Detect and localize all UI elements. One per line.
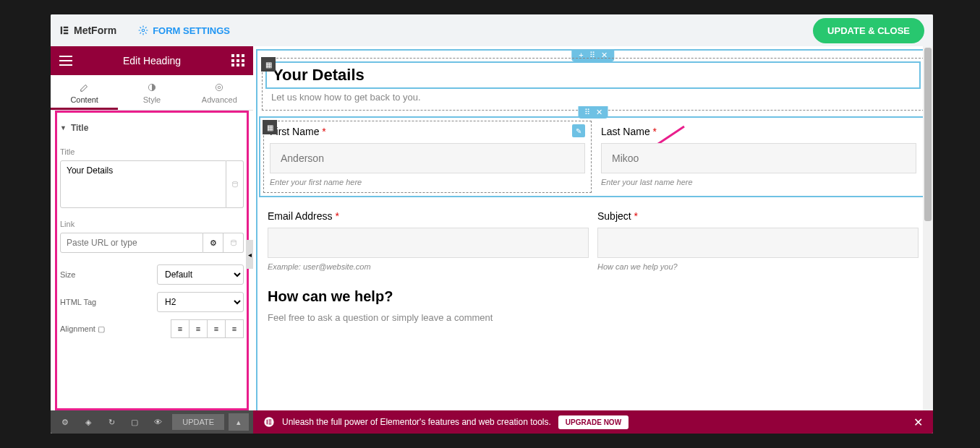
align-right-button[interactable]: ≡ [207,319,226,338]
first-name-column[interactable]: ▦ ✎ First Name * Enter your first name h… [263,121,592,193]
heading-subtitle: Let us know how to get back to you. [265,92,921,107]
help-heading-row: How can we help? Feel free to ask a ques… [259,271,927,323]
last-name-column[interactable]: Last Name * Enter your last name here [595,121,923,193]
elementor-icon [59,25,69,35]
svg-rect-1 [64,27,68,28]
scroll-thumb[interactable] [924,48,932,221]
pencil-icon [80,82,90,92]
email-input[interactable] [268,228,589,258]
sidebar-bottombar: ⚙ ◈ ↻ ▢ 👁 UPDATE ▴ [51,410,253,434]
widget-edit-icon[interactable]: ✎ [572,124,585,137]
help-subtitle: Feel free to ask a question or simply le… [268,308,919,323]
first-name-helper: Enter your first name here [270,178,585,186]
logo-text: MetForm [74,25,116,36]
size-select[interactable]: Default [157,264,244,285]
widgets-grid-icon[interactable] [231,54,244,67]
first-name-input[interactable] [270,143,585,173]
form-settings-link[interactable]: FORM SETTINGS [138,25,230,36]
hamburger-icon[interactable] [59,56,72,66]
last-name-helper: Enter your last name here [601,178,916,186]
svg-rect-15 [268,421,271,422]
update-options-button[interactable]: ▴ [229,413,249,431]
column-handle-icon-2[interactable]: ▦ [263,120,277,134]
preview-icon-button[interactable]: 👁 [148,413,168,431]
subject-input[interactable] [597,228,919,258]
email-column[interactable]: Email Address * Example: user@website.co… [263,210,593,271]
sidebar-title: Edit Heading [123,55,181,66]
svg-rect-2 [64,30,68,31]
inner-section-close-icon[interactable]: ✕ [596,108,602,117]
subject-label: Subject * [597,210,919,222]
database-icon [231,180,239,189]
align-center-button[interactable]: ≡ [189,319,208,338]
column-handle-icon[interactable]: ▦ [261,57,276,72]
settings-icon-button[interactable]: ⚙ [55,413,75,431]
banner-close-icon[interactable]: ✕ [913,415,923,429]
alignment-label: Alignment ▢ [60,324,105,334]
collapse-sidebar-button[interactable]: ◂ [246,240,253,269]
scrollbar[interactable] [923,46,933,410]
email-helper: Example: user@website.com [268,262,589,271]
section-toggle-title[interactable]: ▼Title [57,113,247,143]
dynamic-tags-button[interactable] [226,160,244,208]
align-justify-button[interactable]: ≡ [225,319,244,338]
svg-point-6 [218,86,221,89]
canvas[interactable]: + ⠿ ✕ ▦ Your Details Let us know how to … [253,46,933,410]
sidebar-header: Edit Heading [51,46,253,75]
outer-section[interactable]: + ⠿ ✕ ▦ Your Details Let us know how to … [256,49,930,410]
html-tag-select[interactable]: H2 [157,292,244,312]
required-asterisk: * [335,210,338,222]
tab-advanced[interactable]: Advanced [186,75,253,110]
title-field-label: Title [60,147,244,156]
half-circle-icon [147,82,157,92]
inner-section-handle[interactable]: ⠿ ✕ [579,106,608,119]
sidebar-tabs: Content Style Advanced [51,75,253,111]
upgrade-now-button[interactable]: UPGRADE NOW [558,415,629,429]
inner-section-drag-icon[interactable]: ⠿ [584,108,590,117]
html-tag-label: HTML Tag [60,298,96,306]
heading-section[interactable]: ▦ Your Details Let us know how to get ba… [262,58,924,111]
align-left-button[interactable]: ≡ [171,319,189,338]
heading-widget[interactable]: Your Details [265,61,921,89]
svg-rect-3 [64,33,68,34]
subject-column[interactable]: Subject * How can we help you? [593,210,923,271]
name-fields-section[interactable]: ⠿ ✕ ▦ ✎ First Name * Enter your first na… [259,116,927,197]
upgrade-banner: Unleash the full power of Elementor's fe… [253,410,933,434]
link-field-label: Link [60,220,244,228]
svg-point-7 [216,84,223,90]
tab-style[interactable]: Style [118,75,185,110]
tab-content[interactable]: Content [51,75,118,110]
main-area: Edit Heading Content Style Advanced [51,46,933,434]
subject-helper: How can we help you? [597,262,919,271]
required-asterisk: * [653,126,657,137]
alignment-buttons: ≡ ≡ ≡ ≡ [171,319,244,338]
link-input[interactable] [60,233,203,253]
editor-modal: MetForm FORM SETTINGS UPDATE & CLOSE Edi… [51,14,933,434]
topbar: MetForm FORM SETTINGS UPDATE & CLOSE [51,14,933,46]
update-and-close-button[interactable]: UPDATE & CLOSE [813,18,924,43]
link-dynamic-button[interactable] [223,233,244,253]
database-mini-icon [230,238,237,247]
metform-logo: MetForm [59,25,116,36]
svg-rect-14 [268,420,271,421]
history-icon-button[interactable]: ↻ [101,413,122,431]
email-label: Email Address * [268,210,589,222]
title-textarea[interactable]: Your Details [60,160,226,208]
elementor-badge-icon [263,416,275,428]
email-subject-row: Email Address * Example: user@website.co… [259,210,927,271]
svg-rect-0 [61,27,62,35]
navigator-icon-button[interactable]: ◈ [78,413,98,431]
monitor-icon[interactable]: ▢ [98,324,105,333]
gear-mini-icon: ⚙ [210,238,217,248]
link-options-button[interactable]: ⚙ [203,233,223,253]
gear-small-icon [214,82,224,92]
responsive-icon-button[interactable]: ▢ [124,413,145,431]
help-heading: How can we help? [268,288,919,305]
size-label: Size [60,270,75,279]
right-column: ◂ + ⠿ ✕ ▦ Your Details Let us know how t… [253,46,933,434]
caret-down-icon: ▼ [60,124,67,132]
last-name-input[interactable] [601,143,916,173]
required-asterisk: * [322,126,325,137]
update-button[interactable]: UPDATE [172,414,224,430]
svg-rect-16 [268,423,271,424]
